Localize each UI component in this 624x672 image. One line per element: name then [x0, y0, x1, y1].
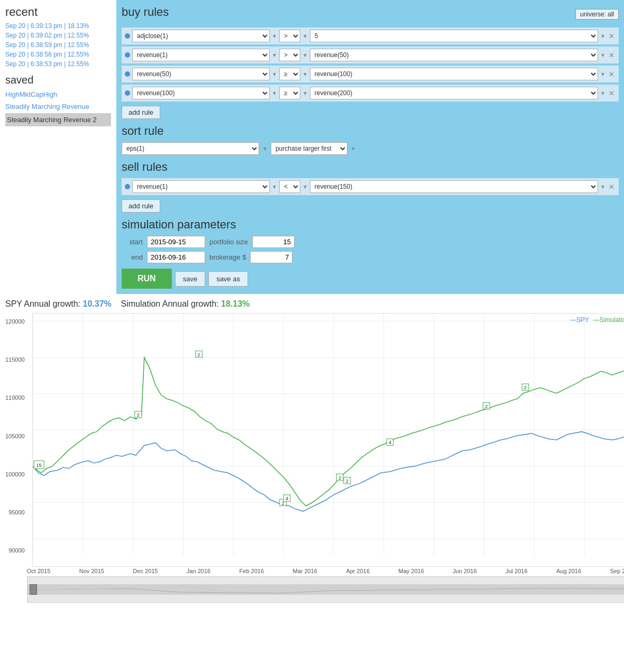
close-icon-1[interactable]: ✕: [608, 32, 616, 40]
svg-text:2: 2: [338, 475, 341, 481]
svg-text:2: 2: [485, 403, 488, 409]
y-label-1: 95000: [5, 509, 25, 515]
chevron-down-icon-7: ▼: [272, 71, 277, 77]
sort-order-select[interactable]: purchase larger first purchase smaller f…: [271, 142, 347, 155]
sell-rule-1-left[interactable]: revenue(1): [132, 180, 270, 193]
x-label-11: Sep 2016: [610, 568, 624, 574]
recent-item-4[interactable]: Sep 20 | 6:38:56 pm | 12.55%: [5, 50, 111, 59]
spy-value: 10.37%: [82, 299, 111, 308]
rule-dot-1: [125, 33, 130, 39]
svg-text:4: 4: [286, 495, 288, 501]
chart-legend: —SPY —Simulation: [570, 316, 624, 324]
save-button[interactable]: save: [175, 271, 205, 287]
x-label-2: Dec 2015: [133, 568, 158, 574]
close-icon-sell-1[interactable]: ✕: [608, 183, 616, 191]
sim-row-1: start portfolio size: [122, 236, 619, 248]
save-as-button[interactable]: save as: [208, 271, 248, 287]
portfolio-input[interactable]: [252, 236, 295, 248]
x-label-5: Mar 2016: [292, 568, 317, 574]
sort-rule-row: eps(1) ▼ purchase larger first purchase …: [122, 142, 619, 155]
scrollbar-area: [27, 576, 624, 603]
buy-rule-3-op[interactable]: ≥>: [279, 68, 300, 80]
chevron-down-icon-sort-order: ▼: [351, 146, 356, 152]
buy-rule-2-op[interactable]: >≥: [279, 49, 300, 61]
buy-rule-2-right[interactable]: revenue(50): [310, 49, 598, 61]
saved-item-3[interactable]: Steadily Marching Revenue 2: [5, 113, 111, 126]
chevron-down-icon-sell-2: ▼: [302, 184, 308, 190]
x-label-10: Aug 2016: [556, 568, 581, 574]
rule-dot-3: [125, 71, 130, 77]
universe-badge[interactable]: universe: all: [575, 9, 619, 20]
chevron-down-icon-12: ▼: [600, 90, 605, 96]
buy-rule-3-left[interactable]: revenue(50): [132, 68, 270, 80]
portfolio-label: portfolio size: [209, 238, 248, 246]
close-icon-4[interactable]: ✕: [608, 89, 616, 97]
close-icon-3[interactable]: ✕: [608, 70, 616, 78]
end-input[interactable]: [147, 251, 205, 263]
scrollbar-mini-chart: [27, 584, 624, 595]
chevron-down-icon-6: ▼: [600, 52, 605, 58]
chevron-down-icon-sell-1: ▼: [272, 184, 277, 190]
chevron-down-icon-5: ▼: [302, 52, 308, 58]
buy-rule-4-op[interactable]: ≥>: [279, 87, 300, 99]
recent-item-5[interactable]: Sep 20 | 6:38:53 pm | 12.55%: [5, 59, 111, 69]
saved-item-2[interactable]: Steadily Marching Revenue: [5, 100, 111, 113]
buy-rule-1-op[interactable]: >≥<≤=: [279, 30, 300, 42]
buy-rule-4-left[interactable]: revenue(100): [132, 87, 270, 99]
start-input[interactable]: [147, 236, 205, 248]
buy-rule-1-right[interactable]: 5: [310, 30, 598, 42]
saved-item-1[interactable]: HighMktCapHigh: [5, 88, 111, 100]
svg-text:2: 2: [345, 478, 348, 484]
sell-rule-1-op[interactable]: <>: [279, 180, 300, 193]
recent-item-2[interactable]: Sep 20 | 6:39:02 pm | 12.55%: [5, 31, 111, 40]
y-label-5: 115000: [5, 356, 25, 363]
sim-label: Simulation Annual growth:: [121, 299, 219, 308]
y-label-3: 105000: [5, 433, 25, 439]
rule-dot-2: [125, 52, 130, 58]
svg-text:2: 2: [136, 412, 139, 418]
x-label-0: Oct 2015: [27, 568, 51, 574]
buy-rule-row-1: adjclose(1) ▼ >≥<≤= ▼ 5 ▼ ✕: [122, 27, 619, 44]
chevron-down-icon-3: ▼: [600, 33, 605, 39]
start-label: start: [122, 238, 143, 246]
saved-title: saved: [5, 74, 111, 86]
chevron-down-icon-sell-3: ▼: [600, 184, 605, 190]
sell-rule-1-right[interactable]: revenue(150): [310, 180, 598, 193]
chevron-down-icon-2: ▼: [302, 33, 308, 39]
y-label-6: 120000: [5, 318, 25, 325]
scrollbar-track: [27, 584, 624, 595]
brokerage-input[interactable]: [250, 251, 292, 263]
close-icon-2[interactable]: ✕: [608, 51, 616, 59]
buy-rule-3-right[interactable]: revenue(100): [310, 68, 598, 80]
action-row: RUN save save as: [122, 269, 619, 289]
buy-rule-1-left[interactable]: adjclose(1): [132, 30, 270, 42]
chevron-down-icon-10: ▼: [272, 90, 277, 96]
recent-item-1[interactable]: Sep 20 | 6:39:13 pm | 18.13%: [5, 21, 111, 31]
run-button[interactable]: RUN: [122, 269, 172, 289]
chart-svg: 15 2 2 2 4 2 2 4: [33, 314, 624, 566]
chart-wrapper: —SPY —Simulation: [27, 313, 624, 603]
svg-text:4: 4: [389, 439, 391, 445]
x-label-4: Feb 2016: [240, 568, 264, 574]
end-label: end: [122, 253, 143, 261]
x-label-1: Nov 2015: [79, 568, 104, 574]
sim-params-title: simulation parameters: [122, 218, 619, 232]
growth-row: SPY Annual growth: 10.37% Simulation Ann…: [5, 299, 619, 309]
sim-params: start portfolio size end brokerage $: [122, 236, 619, 263]
buy-add-rule-button[interactable]: add rule: [122, 106, 160, 119]
spy-label: SPY Annual growth:: [5, 299, 80, 308]
x-label-9: Jul 2016: [506, 568, 528, 574]
sell-add-rule-button[interactable]: add rule: [122, 199, 160, 213]
y-label-0: 90000: [5, 547, 25, 554]
chart-area: —SPY —Simulation: [32, 313, 624, 567]
scrollbar-thumb-left[interactable]: [30, 584, 37, 595]
y-axis: 90000 95000 100000 105000 110000 115000 …: [5, 313, 27, 567]
sell-rule-dot-1: [125, 184, 130, 189]
recent-item-3[interactable]: Sep 20 | 6:38:59 pm | 12.55%: [5, 40, 111, 50]
buy-rule-4-right[interactable]: revenue(200): [310, 87, 598, 99]
buy-rule-2-left[interactable]: revenue(1): [132, 49, 270, 61]
legend-sim: —Simulation: [593, 316, 624, 324]
x-label-8: Jun 2016: [453, 568, 476, 574]
y-label-2: 100000: [5, 471, 25, 477]
sort-field-select[interactable]: eps(1): [122, 142, 259, 155]
